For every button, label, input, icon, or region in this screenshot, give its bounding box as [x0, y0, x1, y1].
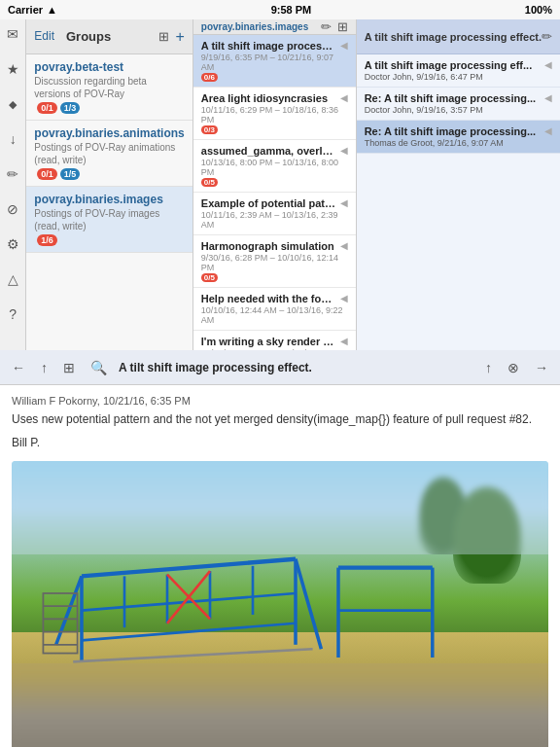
message-item-1[interactable]: Area light idiosyncrasies ◀ 10/11/16, 6:… [193, 88, 356, 140]
pencil-thread-icon[interactable]: ✏ [542, 29, 552, 44]
msg-badge-4: 0/5 [201, 273, 218, 282]
group-desc-images: Postings of POV-Ray images (read, write) [34, 207, 185, 232]
pencil-icon[interactable]: ✏ [321, 19, 332, 34]
blur-bottom [12, 663, 548, 747]
compose-icon[interactable]: ⊞ [337, 19, 348, 34]
add-group-button[interactable]: + [175, 28, 184, 46]
svg-line-17 [167, 571, 210, 623]
message-subject-1: Area light idiosyncrasies [201, 92, 328, 104]
message-date-0: 9/19/16, 6:35 PM – 10/21/16, 9:07 AM [201, 53, 348, 72]
thread-subject-0: A tilt shift image processing eff... [365, 59, 533, 71]
carrier-label: Carrier [8, 4, 43, 16]
sidebar-icon-flag[interactable]: ◆ [2, 93, 23, 115]
thread-speaker-icon-0: ◀ [544, 59, 552, 70]
message-item-4[interactable]: Harmonograph simulation ◀ 9/30/16, 6:28 … [193, 235, 356, 288]
sidebar-icon-help[interactable]: ? [2, 303, 23, 325]
battery-label: 100% [525, 4, 552, 16]
thread-author-2: Thomas de Groot, 9/21/16, 9:07 AM [365, 138, 552, 148]
thread-speaker-icon-2: ◀ [544, 125, 552, 136]
main-container: ✉ ★ ◆ ↓ ✏ ⊘ ⚙ △ ? Edit Groups ⊞ + [0, 19, 560, 747]
message-subject-5: Help needed with the focal blu... [201, 293, 337, 304]
msg-badge-1: 0/3 [201, 125, 218, 134]
messages-title: povray.binaries.images [201, 21, 321, 32]
messages-header: povray.binaries.images ✏ ⊞ [193, 19, 356, 35]
thread-item-1[interactable]: Re: A tilt shift image processing... ◀ D… [357, 88, 560, 121]
sidebar-icon-download[interactable]: ↓ [2, 128, 23, 150]
group-desc-beta: Discussion regarding beta versions of PO… [34, 75, 185, 100]
sidebar-icon-gear[interactable]: ⚙ [2, 233, 23, 255]
thread-author-1: Doctor John, 9/19/16, 3:57 PM [365, 105, 552, 115]
group-item-animations[interactable]: povray.binaries.animations Postings of P… [26, 121, 192, 187]
svg-line-11 [296, 559, 321, 649]
search-icon[interactable]: 🔍 [87, 358, 111, 377]
detail-toolbar-title: A tilt shift image processing effect. [119, 361, 473, 374]
thread-subject-1: Re: A tilt shift image processing... [365, 92, 536, 104]
detail-sender: William F Pokorny, 10/21/16, 6:35 PM [12, 395, 548, 407]
msg-speaker-icon-5: ◀ [340, 293, 348, 303]
detail-image [12, 461, 548, 747]
thread-item-0[interactable]: A tilt shift image processing eff... ◀ D… [357, 54, 560, 88]
sidebar-icon-star[interactable]: ★ [2, 58, 23, 80]
groups-header: Edit Groups ⊞ + [26, 19, 192, 54]
thread-author-0: Doctor John, 9/19/16, 6:47 PM [365, 72, 552, 82]
status-bar: Carrier ▲ 9:58 PM 100% [0, 0, 560, 19]
top-panels: ✉ ★ ◆ ↓ ✏ ⊘ ⚙ △ ? Edit Groups ⊞ + [0, 19, 560, 350]
message-item-0[interactable]: A tilt shift image processing eff... ◀ 9… [193, 35, 356, 88]
sidebar-icon-filter[interactable]: ⊘ [2, 198, 23, 220]
thread-panel: A tilt shift image processing effect. ✏ … [357, 19, 560, 350]
up-button[interactable]: ↑ [37, 358, 52, 377]
sidebar-icon-alert[interactable]: △ [2, 268, 23, 290]
group-name-beta: povray.beta-test [34, 60, 185, 74]
sidebar: ✉ ★ ◆ ↓ ✏ ⊘ ⚙ △ ? [0, 19, 26, 350]
time-label: 9:58 PM [271, 4, 312, 16]
detail-body: Uses new potential pattern and the not y… [12, 410, 548, 428]
message-item-2[interactable]: assumed_gamma, overlapping... ◀ 10/13/16… [193, 140, 356, 193]
message-item-3[interactable]: Example of potential pattern us... ◀ 10/… [193, 193, 356, 235]
thread-header: A tilt shift image processing effect. ✏ [357, 19, 560, 54]
playground-photo [12, 461, 548, 747]
trash-button[interactable]: ⊗ [504, 358, 523, 377]
msg-badge-2: 0/5 [201, 178, 218, 187]
thread-view-button[interactable]: ⊞ [59, 358, 79, 377]
messages-panel: povray.binaries.images ✏ ⊞ A tilt shift … [193, 19, 357, 350]
sidebar-icon-mail[interactable]: ✉ [2, 23, 23, 45]
message-subject-0: A tilt shift image processing eff... [201, 40, 337, 52]
forward-button[interactable]: → [531, 358, 552, 377]
message-subject-6: I'm writing a sky render program [201, 336, 337, 347]
thread-item-2[interactable]: Re: A tilt shift image processing... ◀ T… [357, 121, 560, 154]
msg-badge-0: 0/6 [201, 73, 218, 82]
msg-speaker-icon-2: ◀ [340, 145, 348, 156]
message-subject-4: Harmonograph simulation [201, 240, 334, 252]
thread-speaker-icon-1: ◀ [544, 92, 552, 103]
groups-title: Groups [66, 29, 111, 44]
group-desc-anim: Postings of POV-Ray animations (read, wr… [34, 141, 185, 166]
back-button[interactable]: ← [8, 358, 29, 377]
msg-speaker-icon-4: ◀ [340, 240, 348, 251]
badge-anim-1: 0/1 [37, 168, 57, 180]
message-date-2: 10/13/16, 8:00 PM – 10/13/16, 8:00 PM [201, 158, 348, 177]
msg-speaker-icon-6: ◀ [340, 336, 348, 346]
edit-button[interactable]: Edit [34, 29, 54, 44]
share-button[interactable]: ↑ [481, 358, 496, 377]
blur-top [12, 461, 548, 554]
message-date-1: 10/11/16, 6:29 PM – 10/18/16, 8:36 PM [201, 105, 348, 124]
message-date-4: 9/30/16, 6:28 PM – 10/10/16, 12:14 PM [201, 253, 348, 272]
group-name-images: povray.binaries.images [34, 193, 185, 206]
message-date-5: 10/10/16, 12:44 AM – 10/13/16, 9:22 AM [201, 305, 348, 325]
detail-toolbar: ← ↑ ⊞ 🔍 A tilt shift image processing ef… [0, 350, 560, 385]
svg-line-9 [73, 649, 312, 661]
message-subject-3: Example of potential pattern us... [201, 197, 337, 209]
group-name-anim: povray.binaries.animations [34, 126, 185, 140]
thread-subject-2: Re: A tilt shift image processing... [365, 125, 536, 137]
group-item-images[interactable]: povray.binaries.images Postings of POV-R… [26, 187, 192, 253]
message-date-3: 10/11/16, 2:39 AM – 10/13/16, 2:39 AM [201, 210, 348, 230]
sidebar-icon-edit[interactable]: ✏ [2, 163, 23, 185]
group-item-beta-test[interactable]: povray.beta-test Discussion regarding be… [26, 54, 192, 121]
detail-panel: ← ↑ ⊞ 🔍 A tilt shift image processing ef… [0, 350, 560, 747]
message-item-5[interactable]: Help needed with the focal blu... ◀ 10/1… [193, 288, 356, 331]
message-subject-2: assumed_gamma, overlapping... [201, 145, 337, 157]
badge-images-1: 1/6 [37, 234, 57, 246]
detail-sender-short: Bill P. [12, 434, 548, 451]
filter-icon[interactable]: ⊞ [158, 29, 169, 44]
groups-panel: Edit Groups ⊞ + povray.beta-test Discuss… [26, 19, 193, 350]
